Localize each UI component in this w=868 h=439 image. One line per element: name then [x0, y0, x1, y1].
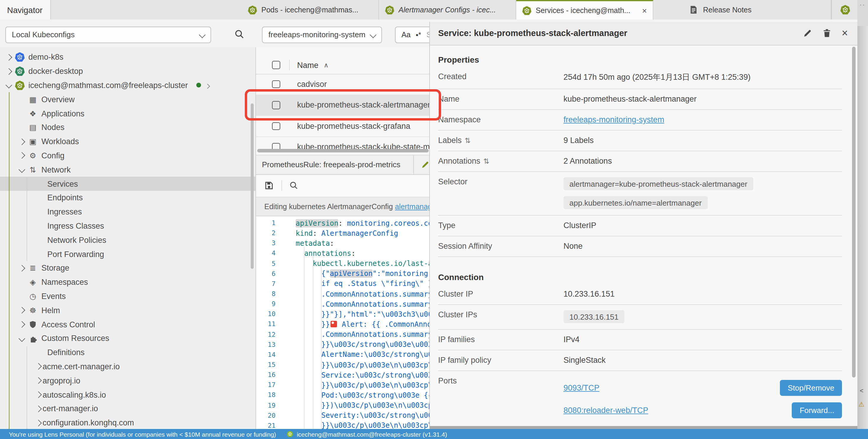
detail-value: 10.233.16.151 — [563, 290, 842, 298]
port-link[interactable]: 9093/TCP — [563, 383, 599, 392]
row-checkbox[interactable] — [272, 143, 280, 148]
sidebar-item-applications[interactable]: ❖Applications — [0, 106, 255, 121]
chevron-down-icon[interactable] — [18, 168, 26, 172]
sidebar-item-ingress-classes[interactable]: Ingress Classes — [0, 219, 255, 233]
sidebar-item-helm[interactable]: ☸Helm — [0, 303, 255, 317]
sidebar-item-workloads[interactable]: ▣Workloads — [0, 135, 255, 149]
sidebar-item-network-policies[interactable]: Network Policies — [0, 233, 255, 247]
close-icon[interactable]: × — [639, 6, 647, 15]
line-content: }}"}],"html":"\u003ch3\u003e\u — [296, 310, 450, 318]
tab-label: Services - icecheng@math... — [536, 6, 630, 14]
delete-trash-icon[interactable] — [823, 28, 832, 38]
new-tab-kubernetes-icon[interactable] — [831, 0, 858, 20]
line-number: 21 — [256, 422, 276, 429]
chevron-right-icon[interactable] — [34, 406, 42, 411]
chevron-down-icon[interactable] — [5, 83, 13, 88]
sidebar-item-label: cert-manager.io — [42, 404, 98, 413]
chevron-right-icon[interactable] — [18, 139, 26, 144]
code-token: }}\u003c/p\u003e\n\u003cp\u003 — [296, 361, 450, 369]
chevron-right-icon[interactable] — [18, 308, 26, 312]
tab-alertmanager[interactable]: Alertmanager Configs - icec... — [379, 0, 516, 20]
forward--button[interactable]: Forward... — [792, 402, 842, 418]
row-checkbox[interactable] — [272, 80, 280, 88]
cluster-status-text[interactable]: icecheng@mathmast.com@freeleaps-cluster … — [297, 431, 447, 438]
kubernetes-icon — [522, 6, 532, 15]
row-checkbox[interactable] — [272, 122, 280, 130]
sidebar-item-docker-desktop[interactable]: docker-desktop — [0, 64, 255, 78]
line-number: 1 — [256, 219, 276, 227]
tab-services[interactable]: Services - icecheng@math...× — [516, 0, 653, 20]
sort-toggle-icon[interactable]: ⇅ — [465, 136, 471, 144]
chevron-right-icon[interactable] — [18, 266, 26, 271]
code-token: }})\u003c/p\u003e\n\u003cp\u00 — [296, 401, 450, 409]
sidebar-item-icecheng-mathmast-com-freeleaps-cluster[interactable]: icecheng@mathmast.com@freeleaps-cluster — [0, 78, 255, 93]
sidebar-item-access-control[interactable]: Access Control — [0, 317, 255, 332]
detail-label: IP families — [438, 335, 563, 344]
select-all-checkbox[interactable] — [272, 61, 280, 69]
sidebar-item-definitions[interactable]: Definitions — [0, 345, 255, 360]
sidebar-item-configuration-konghq-com[interactable]: configuration.konghq.com — [0, 416, 255, 429]
namespace-select[interactable]: freeleaps-monitoring-system — [262, 26, 382, 43]
chevron-right-icon[interactable] — [206, 81, 209, 90]
save-icon[interactable] — [264, 181, 274, 191]
sidebar-item-cert-manager-io[interactable]: cert-manager.io — [0, 402, 255, 416]
chevron-right-icon[interactable] — [18, 322, 26, 327]
chevron-right-icon[interactable] — [34, 392, 42, 397]
sidebar-item-services[interactable]: Services — [0, 177, 255, 191]
detail-label: Session Affinity — [438, 242, 563, 250]
chevron-right-icon[interactable] — [18, 153, 26, 158]
chevron-right-icon[interactable] — [34, 364, 42, 369]
name-column-header[interactable]: Name — [297, 61, 318, 69]
sort-toggle-icon[interactable]: ⇅ — [484, 157, 489, 165]
port-link[interactable]: 8080:reloader-web/TCP — [563, 406, 648, 414]
chevron-right-icon[interactable] — [34, 378, 42, 383]
close-icon[interactable]: × — [842, 29, 848, 37]
navigator-panel-tab[interactable]: Navigator — [0, 0, 51, 20]
sidebar-item-ingresses[interactable]: Ingresses — [0, 205, 255, 219]
indent-guide — [304, 246, 305, 429]
sidebar-item-autoscaling-k8s-io[interactable]: autoscaling.k8s.io — [0, 387, 255, 402]
sidebar-item-storage[interactable]: ≣Storage — [0, 261, 255, 275]
table-horizontal-scrollbar[interactable] — [257, 149, 429, 153]
sidebar-item-endpoints[interactable]: Endpoints — [0, 191, 255, 205]
drawer-horizontal-scrollbar[interactable] — [430, 426, 857, 429]
sidebar-item-port-forwarding[interactable]: Port Forwarding — [0, 247, 255, 261]
code-token: apiVersion — [296, 219, 339, 227]
sidebar-item-demo-k8s[interactable]: demo-k8s — [0, 50, 255, 64]
sidebar-item-overview[interactable]: ▦Overview — [0, 93, 255, 107]
tab-pods[interactable]: Pods - icecheng@mathmas... — [242, 0, 379, 20]
detail-value: freeleaps-monitoring-system — [563, 115, 842, 124]
sidebar-item-custom-resources[interactable]: Custom Resources — [0, 332, 255, 346]
chevron-right-icon[interactable] — [5, 69, 13, 74]
sidebar-item-argoproj-io[interactable]: argoproj.io — [0, 374, 255, 388]
sidebar-item-events[interactable]: ◷Events — [0, 289, 255, 303]
sidebar-item-config[interactable]: ⚙Config — [0, 148, 255, 163]
kubeconfig-select[interactable]: Local Kubeconfigs — [5, 26, 211, 43]
tab-release[interactable]: Release Notes — [684, 0, 831, 20]
dock-tab-title[interactable]: PrometheusRule: freepeals-prod-metrics — [262, 160, 400, 169]
edit-pencil-icon[interactable] — [421, 160, 430, 169]
detail-label: Cluster IP — [438, 290, 563, 298]
edit-pencil-icon[interactable] — [803, 28, 813, 38]
sidebar-item-network[interactable]: ⇅Network — [0, 163, 255, 177]
chevron-right-icon[interactable] — [34, 420, 42, 425]
chevron-down-icon[interactable] — [18, 336, 26, 341]
license-status-text[interactable]: You're using Lens Personal (for individu… — [9, 431, 276, 438]
sidebar-item-nodes[interactable]: ▤Nodes — [0, 121, 255, 135]
sidebar-item-namespaces[interactable]: ◈Namespaces — [0, 275, 255, 290]
sidebar-search-icon[interactable] — [234, 29, 245, 40]
indent-guide — [312, 257, 313, 429]
chevron-right-icon[interactable] — [5, 55, 13, 60]
sidebar-scrollbar[interactable] — [251, 103, 254, 269]
editor-search-icon[interactable] — [289, 181, 299, 191]
namespace-link[interactable]: freeleaps-monitoring-system — [563, 115, 664, 124]
match-case-icon[interactable]: Aa — [401, 30, 411, 39]
sort-asc-icon[interactable]: ∧ — [324, 61, 329, 69]
sidebar-item-acme-cert-manager-io[interactable]: acme.cert-manager.io — [0, 360, 255, 374]
sidebar-item-label: Access Control — [41, 320, 95, 329]
regex-icon[interactable]: ▪* — [416, 30, 421, 39]
stop-remove-button[interactable]: Stop/Remove — [780, 380, 842, 396]
detail-row-cluster-ips: Cluster IPs10.233.16.151 — [438, 305, 842, 329]
drawer-scrollbar[interactable] — [852, 46, 856, 377]
detail-label-text: Annotations — [438, 157, 480, 165]
